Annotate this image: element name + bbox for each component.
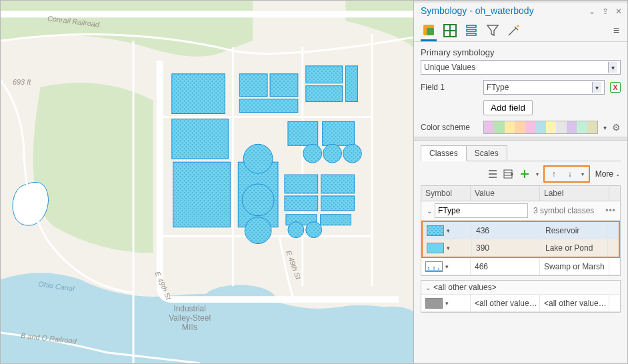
class-row[interactable]: ▾ 466 Swamp or Marsh xyxy=(421,258,620,275)
field1-label: Field 1 xyxy=(421,83,478,92)
elevation-label: 693 ft xyxy=(13,78,31,86)
add-field-button[interactable]: Add field xyxy=(483,100,533,115)
symbology-type-select[interactable]: Unique Values ▾ xyxy=(421,60,621,75)
primary-symbology-heading: Primary symbology xyxy=(421,47,621,57)
symbol-swatch[interactable] xyxy=(425,298,443,309)
group-field-input[interactable] xyxy=(435,203,528,218)
chevron-down-icon[interactable]: ▾ xyxy=(447,227,450,234)
app-root: 693 ft Conrail Railroad B and O Railroad… xyxy=(0,0,628,364)
class-row[interactable]: ▾ 390 Lake or Pond xyxy=(423,239,619,257)
expression-builder-button[interactable]: X xyxy=(610,82,621,93)
value-cell[interactable]: 436 xyxy=(472,222,541,239)
header-symbol[interactable]: Symbol xyxy=(421,186,471,201)
header-value[interactable]: Value xyxy=(471,186,540,201)
map-view[interactable]: 693 ft Conrail Railroad B and O Railroad… xyxy=(1,1,414,363)
primary-symbology-tab-icon[interactable] xyxy=(421,20,437,41)
svg-point-30 xyxy=(343,144,362,163)
symbol-cell[interactable]: ▾ xyxy=(421,295,471,312)
label-cell[interactable]: Reservoir xyxy=(541,222,608,239)
classes-toolbar: ▾ ▾ ↑ ↓ ▾ More ⌄ xyxy=(414,161,627,185)
symbology-type-value: Unique Values xyxy=(424,63,475,72)
close-icon[interactable]: ✕ xyxy=(615,7,622,16)
tab-classes[interactable]: Classes xyxy=(421,145,467,161)
chevron-down-icon[interactable]: ▾ xyxy=(445,263,449,270)
symbol-cell[interactable]: ▾ xyxy=(423,239,472,257)
chevron-down-icon[interactable]: ▾ xyxy=(603,124,607,131)
svg-rect-20 xyxy=(285,196,318,211)
dropdown-icon[interactable]: ⌄ xyxy=(589,7,595,16)
symbol-cell[interactable]: ▾ xyxy=(423,222,472,239)
all-other-header[interactable]: ⌄ <all other values> xyxy=(421,281,620,295)
menu-icon[interactable]: ≡ xyxy=(609,22,623,39)
all-other-heading: <all other values> xyxy=(433,283,497,292)
format-all-icon[interactable]: ▾ xyxy=(502,167,515,181)
svg-rect-22 xyxy=(321,196,355,211)
more-label: More xyxy=(595,169,613,179)
pin-icon[interactable]: ⇪ xyxy=(602,7,609,16)
svg-point-28 xyxy=(303,144,322,163)
reorder-menu-icon[interactable]: ▾ xyxy=(579,167,586,181)
field1-select[interactable]: FType ▾ xyxy=(483,80,605,95)
symbol-swatch[interactable] xyxy=(427,225,444,236)
tab-scales[interactable]: Scales xyxy=(467,145,507,161)
gear-icon[interactable]: ⚙ xyxy=(612,122,621,133)
chevron-down-icon[interactable]: ▾ xyxy=(445,300,449,307)
symbol-cell[interactable]: ▾ xyxy=(421,258,471,275)
svg-rect-11 xyxy=(239,74,267,97)
symbol-swatch[interactable] xyxy=(425,261,443,272)
add-class-menu-icon[interactable]: ▾ xyxy=(534,167,541,181)
map-canvas[interactable]: 693 ft Conrail Railroad B and O Railroad… xyxy=(1,1,413,363)
svg-rect-7 xyxy=(172,74,225,114)
colorscheme-row: Color scheme ▾ ⚙ xyxy=(421,121,621,134)
add-class-icon[interactable] xyxy=(518,167,531,181)
group-count: 3 symbol classes xyxy=(528,206,604,215)
list-view-icon[interactable] xyxy=(486,167,499,181)
vary-by-attribute-tab-icon[interactable] xyxy=(442,20,458,41)
chevron-down-icon[interactable]: ▾ xyxy=(592,82,601,93)
label-cell[interactable]: Swamp or Marsh xyxy=(540,258,609,275)
group-menu-icon[interactable]: ••• xyxy=(604,206,617,215)
chevron-down-icon[interactable]: ▾ xyxy=(608,62,617,73)
svg-rect-19 xyxy=(285,175,318,193)
svg-rect-15 xyxy=(323,121,355,145)
more-menu[interactable]: More ⌄ xyxy=(595,169,621,179)
primary-symbology-section: Primary symbology Unique Values ▾ Field … xyxy=(414,42,627,137)
label-cell[interactable]: Lake or Pond xyxy=(541,239,608,257)
label-cell[interactable]: <all other value… xyxy=(540,295,609,312)
svg-rect-21 xyxy=(321,175,355,193)
svg-point-31 xyxy=(288,222,304,238)
symbology-tabstrip: ≡ xyxy=(414,17,627,42)
header-label[interactable]: Label xyxy=(540,186,609,201)
symbol-layer-drawing-tab-icon[interactable] xyxy=(463,20,479,41)
display-filters-tab-icon[interactable] xyxy=(485,20,501,41)
chevron-down-icon: ⌄ xyxy=(615,171,621,177)
move-up-icon[interactable]: ↑ xyxy=(547,167,561,181)
value-cell[interactable]: <all other value… xyxy=(471,295,540,312)
class-row[interactable]: ▾ <all other value… <all other value… xyxy=(421,295,620,312)
reorder-controls-highlight: ↑ ↓ ▾ xyxy=(543,165,590,183)
advanced-tab-icon[interactable] xyxy=(506,20,522,41)
collapse-icon[interactable]: ⌄ xyxy=(425,284,431,291)
svg-rect-9 xyxy=(173,162,231,227)
class-row[interactable]: ▾ 436 Reservoir xyxy=(423,222,619,239)
colorscheme-select[interactable] xyxy=(483,121,598,134)
svg-rect-24 xyxy=(321,215,351,225)
svg-rect-13 xyxy=(239,99,298,113)
add-field-row: Add field xyxy=(421,100,621,115)
chevron-down-icon[interactable]: ▾ xyxy=(447,245,450,251)
collapse-icon[interactable]: ⌄ xyxy=(424,207,435,215)
svg-rect-17 xyxy=(306,86,343,102)
grid-header: Symbol Value Label xyxy=(421,186,620,201)
value-cell[interactable]: 466 xyxy=(471,258,540,275)
move-down-icon[interactable]: ↓ xyxy=(563,167,577,181)
value-cell[interactable]: 390 xyxy=(472,239,541,257)
svg-rect-18 xyxy=(345,66,357,102)
classes-grid: Symbol Value Label ⌄ 3 symbol classes ••… xyxy=(421,185,621,276)
symbol-swatch[interactable] xyxy=(427,243,444,253)
svg-rect-16 xyxy=(306,66,343,83)
pane-header: Symbology - oh_waterbody ⌄ ⇪ ✕ xyxy=(414,3,627,17)
svg-rect-12 xyxy=(270,74,298,97)
svg-point-26 xyxy=(242,184,274,216)
all-other-values-group: ⌄ <all other values> ▾ <all other value…… xyxy=(421,280,621,313)
group-row[interactable]: ⌄ 3 symbol classes ••• xyxy=(421,201,620,221)
